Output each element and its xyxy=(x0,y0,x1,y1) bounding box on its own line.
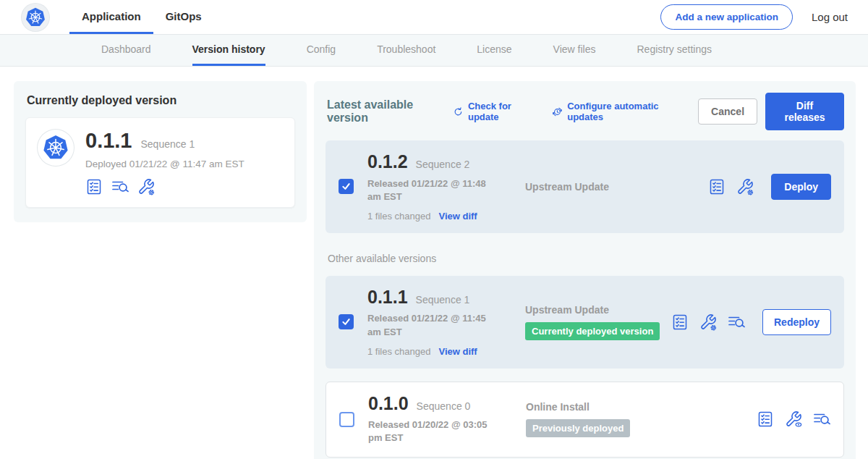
version-source-label: Upstream Update xyxy=(525,181,708,193)
version-checkbox[interactable] xyxy=(339,412,354,427)
preflight-checks-icon[interactable] xyxy=(671,313,689,331)
version-source-label: Online Install xyxy=(526,401,757,413)
released-timestamp: Released 01/21/22 @ 11:48 am EST xyxy=(367,177,502,203)
sequence-label: Sequence 2 xyxy=(416,159,470,170)
currently-deployed-panel: Currently deployed version 0.1.1 Sequenc… xyxy=(14,81,307,222)
subnav-tab-view-files[interactable]: View files xyxy=(553,35,596,66)
view-diff-link[interactable]: View diff xyxy=(438,211,477,222)
deployed-panel-title: Currently deployed version xyxy=(27,94,295,107)
subnav-tab-dashboard[interactable]: Dashboard xyxy=(101,35,151,66)
preflight-checks-icon[interactable] xyxy=(708,178,726,195)
check-icon xyxy=(341,181,352,192)
subnav-tab-config[interactable]: Config xyxy=(307,35,336,66)
sub-nav: Dashboard Version history Config Trouble… xyxy=(0,34,868,67)
view-config-icon[interactable] xyxy=(785,410,802,428)
check-icon xyxy=(341,316,352,327)
sequence-label: Sequence 1 xyxy=(416,294,470,306)
tab-application[interactable]: Application xyxy=(69,0,153,34)
add-application-button[interactable]: Add a new application xyxy=(660,4,793,30)
available-header: Latest available version Check for updat… xyxy=(326,93,844,130)
previously-deployed-badge: Previously deployed xyxy=(526,419,630,437)
preflight-checks-icon[interactable] xyxy=(85,178,103,195)
edit-config-icon[interactable] xyxy=(736,178,754,195)
check-for-update-link[interactable]: Check for update xyxy=(453,101,535,122)
other-versions-label: Other available versions xyxy=(328,253,844,264)
deploy-logs-icon[interactable] xyxy=(813,410,830,428)
subnav-tab-license[interactable]: License xyxy=(477,35,511,66)
tab-gitops[interactable]: GitOps xyxy=(153,0,214,34)
view-diff-link[interactable]: View diff xyxy=(438,346,477,357)
version-checkbox[interactable] xyxy=(339,179,354,194)
deployed-sequence-label: Sequence 1 xyxy=(141,138,195,150)
released-timestamp: Released 01/21/22 @ 11:45 am EST xyxy=(367,312,502,338)
deploy-logs-icon[interactable] xyxy=(728,313,745,331)
sequence-label: Sequence 0 xyxy=(417,400,471,412)
kubernetes-icon xyxy=(43,135,69,161)
logout-button[interactable]: Log out xyxy=(812,11,848,23)
preflight-checks-icon[interactable] xyxy=(757,410,774,428)
files-changed-label: 1 files changed xyxy=(367,211,430,222)
subnav-tab-registry-settings[interactable]: Registry settings xyxy=(637,35,711,66)
available-panel-title: Latest available version xyxy=(327,98,441,125)
files-changed-label: 1 files changed xyxy=(367,346,430,357)
kubernetes-icon xyxy=(25,7,46,28)
currently-deployed-badge: Currently deployed version xyxy=(525,322,660,340)
version-number: 0.1.2 xyxy=(367,152,408,172)
released-timestamp: Released 01/20/22 @ 03:05 pm EST xyxy=(368,418,503,445)
version-checkbox[interactable] xyxy=(339,314,354,329)
version-row-0-1-1: 0.1.1 Sequence 1 Released 01/21/22 @ 11:… xyxy=(326,276,844,369)
deployed-app-logo xyxy=(38,130,74,166)
cancel-button[interactable]: Cancel xyxy=(698,98,757,125)
available-versions-panel: Latest available version Check for updat… xyxy=(314,81,856,459)
version-row-0-1-2: 0.1.2 Sequence 2 Released 01/21/22 @ 11:… xyxy=(326,140,844,233)
row-spacer xyxy=(326,369,844,382)
version-row-0-1-0: 0.1.0 Sequence 0 Released 01/20/22 @ 03:… xyxy=(326,382,844,458)
version-source-label: Upstream Update xyxy=(525,304,671,316)
deployed-version-number: 0.1.1 xyxy=(85,130,132,153)
auto-update-clock-icon xyxy=(552,106,563,118)
main-content: Currently deployed version 0.1.1 Sequenc… xyxy=(0,67,868,459)
refresh-icon xyxy=(453,106,464,118)
deploy-logs-icon[interactable] xyxy=(111,178,129,195)
edit-config-icon[interactable] xyxy=(699,313,717,331)
configure-auto-updates-link[interactable]: Configure automatic updates xyxy=(552,101,681,122)
edit-config-icon[interactable] xyxy=(137,178,155,195)
diff-releases-button[interactable]: Diff releases xyxy=(765,93,844,130)
version-number: 0.1.0 xyxy=(368,394,409,414)
deployed-timestamp: Deployed 01/21/22 @ 11:47 am EST xyxy=(85,159,244,169)
subnav-tab-version-history[interactable]: Version history xyxy=(192,35,265,66)
top-nav: Application GitOps Add a new application… xyxy=(0,0,868,34)
version-number: 0.1.1 xyxy=(367,287,408,308)
redeploy-button[interactable]: Redeploy xyxy=(762,309,831,335)
topnav-spacer xyxy=(214,0,661,34)
deployed-version-card: 0.1.1 Sequence 1 Deployed 01/21/22 @ 11:… xyxy=(25,117,295,208)
subnav-tab-troubleshoot[interactable]: Troubleshoot xyxy=(377,35,435,66)
deploy-button[interactable]: Deploy xyxy=(771,174,831,200)
app-logo xyxy=(22,4,49,31)
